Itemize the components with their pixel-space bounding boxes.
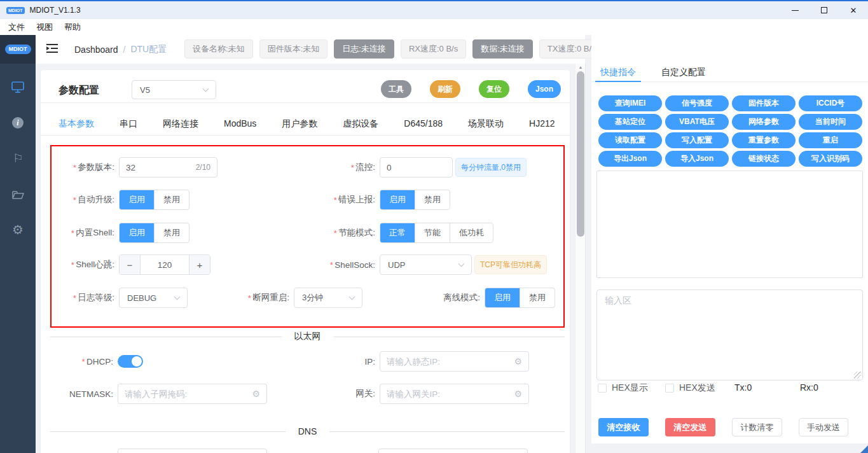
link-status-button[interactable]: 链接状态 [732,151,796,167]
iccid-button[interactable]: ICCID号 [799,95,862,111]
minimize-button[interactable] [780,1,809,19]
ip-input[interactable] [387,357,514,366]
field-label: 节能模式: [338,227,375,239]
reset-counter-button[interactable]: 计数清零 [732,418,782,436]
info-icon: i [12,117,24,129]
section-ethernet: 以太网 [50,331,565,342]
gear-icon[interactable]: ⚙ [514,389,522,398]
error-report-enable-option[interactable]: 启用 [380,190,415,209]
tab-custom-config[interactable]: 自定义配置 [661,67,706,81]
hex-options-row: HEX显示 HEX发送 Tx:0 Rx:0 [591,382,868,395]
scrollbar-thumb[interactable] [577,71,584,237]
tab-basic-params[interactable]: 基本参数 [59,118,94,135]
resize-grip-icon[interactable] [854,372,861,379]
power-mode-low-option[interactable]: 低功耗 [450,223,493,242]
hex-display-checkbox[interactable] [598,384,607,393]
window-resize-grip[interactable] [860,445,868,453]
builtin-shell-disable-option[interactable]: 禁用 [154,223,189,242]
refresh-button[interactable]: 刷新 [430,80,460,98]
breadcrumb-home[interactable]: Dashboard [74,45,118,55]
window-controls: ✕ [780,1,868,19]
write-id-button[interactable]: 写入识别码 [799,151,862,167]
reset-params-button[interactable]: 重置参数 [732,132,796,148]
flow-control-hint: 每分钟流量,0禁用 [455,158,527,177]
base-station-button[interactable]: 基站定位 [598,114,662,130]
menu-view[interactable]: 视图 [34,22,55,33]
clear-receive-button[interactable]: 清空接收 [598,418,649,436]
offline-mode-disable-option[interactable]: 禁用 [520,288,555,307]
send-input-area[interactable] [596,289,863,380]
shell-heartbeat-value[interactable]: 120 [140,255,189,274]
error-report-disable-option[interactable]: 禁用 [415,190,450,209]
sidebar-item-info[interactable]: i [11,116,25,130]
menu-file[interactable]: 文件 [6,22,27,33]
section-dns: DNS [50,426,565,436]
export-json-button[interactable]: 导出Json [598,151,662,167]
scroll-up-arrow-icon[interactable]: ▲ [575,65,586,69]
version-select[interactable]: V5 [132,80,216,99]
sidebar-item-flag[interactable]: ⚐ [11,151,25,165]
tab-hj212[interactable]: HJ212 [529,118,555,135]
flow-control-input[interactable] [387,163,446,172]
menu-help[interactable]: 帮助 [62,22,83,33]
sidebar-item-files[interactable] [11,187,25,201]
tab-d645-188[interactable]: D645/188 [404,118,443,135]
clear-send-button[interactable]: 清空发送 [665,418,715,436]
power-mode-saving-option[interactable]: 节能 [415,223,450,242]
builtin-shell-enable-option[interactable]: 启用 [120,223,154,242]
query-imei-button[interactable]: 查询IMEI [598,95,662,111]
read-config-button[interactable]: 读取配置 [598,132,662,148]
gear-icon[interactable]: ⚙ [514,357,522,366]
shellsock-select[interactable]: UDP [380,254,472,275]
required-mark: * [333,195,336,205]
tab-user-params[interactable]: 用户参数 [282,118,317,135]
maximize-button[interactable] [809,1,839,19]
import-json-button[interactable]: 导入Json [665,151,729,167]
param-version-input[interactable] [126,163,193,172]
sidebar-item-dashboard[interactable] [11,80,25,94]
write-config-button[interactable]: 写入配置 [665,132,729,148]
page-title: 参数配置 [59,84,99,97]
network-params-button[interactable]: 网络参数 [732,114,796,130]
stepper-decrease-button[interactable]: − [120,255,140,274]
sidebar-collapse-button[interactable] [46,43,59,57]
netmask-input[interactable] [125,389,252,399]
net-restart-select[interactable]: 3分钟 [294,288,362,308]
tools-button[interactable]: 工具 [381,80,411,98]
restart-button[interactable]: 重启 [799,132,862,148]
panel-gutter [585,64,591,453]
tab-network[interactable]: 网络连接 [163,118,198,135]
dhcp-toggle[interactable] [118,355,143,368]
vbat-voltage-button[interactable]: VBAT电压 [665,114,729,130]
stepper-increase-button[interactable]: + [189,255,210,274]
field-netmask: NETMASK: ⚙ [53,384,267,404]
reset-button[interactable]: 复位 [479,80,509,98]
status-badges: 设备名称:未知 固件版本:未知 日志:未连接 RX速度:0 B/s 数据:未连接… [184,39,604,59]
gateway-input[interactable] [387,389,514,399]
tab-modbus[interactable]: ModBus [224,118,256,135]
auto-upgrade-enable-option[interactable]: 启用 [120,190,154,209]
firmware-version-button[interactable]: 固件版本 [732,95,796,111]
current-time-button[interactable]: 当前时间 [799,114,862,130]
power-mode-normal-option[interactable]: 正常 [380,223,415,242]
hex-display-label[interactable]: HEX显示 [612,382,648,394]
hex-send-label[interactable]: HEX发送 [679,382,715,394]
offline-mode-enable-option[interactable]: 启用 [485,288,520,307]
tab-scene-linkage[interactable]: 场景联动 [468,118,504,135]
field-label: NETMASK: [69,389,113,399]
close-button[interactable]: ✕ [839,1,868,19]
sidebar-item-settings[interactable]: ⚙ [11,223,25,237]
log-level-select[interactable]: DEBUG [119,288,188,308]
gear-icon[interactable]: ⚙ [252,389,260,398]
output-console[interactable] [596,171,863,278]
field-builtin-shell: *内置Shell: 启用 禁用 [54,223,189,243]
hex-send-checkbox[interactable] [665,384,674,393]
tab-quick-commands[interactable]: 快捷指令 [600,67,636,81]
tab-virtual-device[interactable]: 虚拟设备 [343,118,378,135]
manual-send-button[interactable]: 手动发送 [799,418,848,436]
json-button[interactable]: Json [528,80,561,98]
field-label: 离线模式: [443,292,480,303]
signal-strength-button[interactable]: 信号强度 [665,95,729,111]
tab-serial-port[interactable]: 串口 [120,118,137,135]
auto-upgrade-disable-option[interactable]: 禁用 [154,190,189,209]
